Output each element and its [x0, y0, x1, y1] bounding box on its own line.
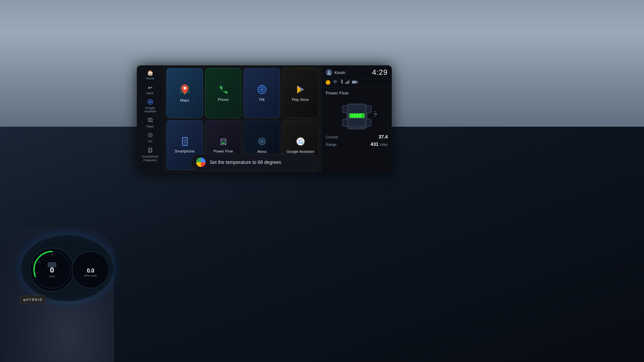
range-label: Range	[326, 142, 336, 146]
svg-rect-47	[342, 106, 348, 113]
background-scene	[0, 0, 644, 362]
wifi-icon	[332, 80, 338, 85]
battery-icon	[352, 80, 358, 85]
sidebar-label-fm: FM	[148, 140, 152, 143]
sidebar-item-google-assistant[interactable]: Google Assistant	[138, 98, 162, 115]
user-info: Kevin	[326, 69, 345, 76]
signal-icon	[345, 80, 350, 85]
range-unit: miles	[380, 143, 388, 146]
svg-point-24	[225, 143, 226, 145]
app-tile-phone[interactable]: Phone	[205, 68, 241, 118]
google-assistant-sidebar-icon	[148, 99, 153, 106]
power-stats: Current 37.4 Range 431 miles	[324, 134, 389, 147]
svg-point-21	[220, 139, 222, 141]
sidebar: 🏠 Home ↩ Back Google Assistant	[137, 65, 164, 173]
smartphone-app-icon	[180, 137, 190, 148]
app-tile-maps[interactable]: Maps	[166, 68, 203, 118]
svg-rect-40	[349, 80, 350, 84]
svg-rect-19	[222, 139, 225, 142]
phone-app-label: Phone	[218, 98, 229, 102]
svg-rect-56	[359, 114, 361, 117]
app-tile-fm[interactable]: FM	[244, 68, 280, 118]
sidebar-label-smartphone-projection: Smartphone Projection	[140, 155, 161, 162]
svg-rect-38	[347, 81, 348, 84]
time-display: 4:29	[372, 68, 388, 77]
fm-sidebar-icon	[148, 132, 153, 139]
power-flow-title: Power Flow	[324, 90, 348, 96]
svg-rect-50	[366, 119, 371, 126]
fm-app-label: FM	[259, 98, 265, 102]
power-flow-panel: Power Flow	[322, 88, 392, 173]
svg-point-33	[302, 143, 303, 144]
playstore-app-label: Play Store	[292, 98, 309, 102]
sidebar-item-smartphone-projection[interactable]: Smartphone Projection	[138, 146, 162, 164]
bluetooth-icon	[340, 79, 343, 85]
alexa-app-icon	[257, 136, 267, 148]
svg-rect-49	[342, 119, 348, 126]
assistant-voice-text: Set the temperature to 68 degrees	[210, 160, 281, 165]
svg-point-17	[184, 144, 185, 144]
svg-rect-55	[357, 114, 359, 117]
svg-rect-68	[48, 262, 56, 267]
fm-app-icon	[257, 84, 267, 96]
svg-rect-39	[348, 80, 349, 84]
warning-status-icon	[326, 80, 330, 85]
sidebar-item-home[interactable]: 🏠 Home	[138, 68, 162, 82]
sidebar-item-fm[interactable]: FM	[138, 131, 162, 145]
sidebar-item-back[interactable]: ↩ Back	[138, 83, 162, 97]
svg-point-58	[374, 113, 375, 115]
svg-point-10	[183, 87, 186, 89]
alexa-app-label: Alexa	[257, 149, 267, 154]
sidebar-label-home: Home	[146, 77, 154, 80]
sidebar-label-maps: Maps	[146, 125, 154, 128]
app-tile-playstore[interactable]: Play Store	[282, 68, 319, 118]
svg-point-6	[150, 134, 151, 136]
powerflow-app-label: Power Flow	[214, 149, 233, 153]
hybrid-badge: ■HYBRID	[20, 295, 46, 303]
infotainment-screen: 🏠 Home ↩ Back Google Assistant	[137, 65, 392, 173]
google-assistant-app-icon	[296, 136, 306, 148]
smartphone-app-label: Smartphone	[175, 149, 195, 153]
maps-app-icon	[179, 84, 191, 97]
powerflow-app-icon	[218, 137, 228, 148]
maps-sidebar-icon	[148, 117, 153, 124]
user-avatar	[326, 69, 332, 76]
svg-point-23	[220, 143, 222, 145]
svg-rect-48	[366, 106, 371, 113]
svg-rect-42	[357, 81, 358, 83]
svg-point-32	[302, 139, 303, 140]
svg-point-22	[225, 139, 226, 141]
svg-point-34	[298, 143, 299, 144]
svg-text:km/h: km/h	[49, 275, 55, 278]
playstore-app-icon	[296, 84, 306, 96]
svg-point-13	[261, 88, 263, 90]
assistant-voice-overlay: Set the temperature to 68 degrees	[191, 154, 318, 171]
svg-point-60	[375, 113, 377, 115]
current-label: Current	[326, 135, 338, 139]
svg-rect-53	[351, 114, 353, 117]
range-value: 431	[371, 141, 378, 147]
google-assistant-app-label: Google Assistant	[286, 149, 314, 154]
svg-rect-45	[348, 105, 365, 113]
status-bar	[322, 79, 392, 88]
smartphone-projection-icon	[148, 147, 153, 154]
svg-rect-20	[222, 142, 225, 144]
sidebar-item-maps[interactable]: Maps	[138, 116, 162, 130]
svg-rect-16	[183, 138, 186, 143]
svg-rect-43	[352, 81, 356, 83]
svg-marker-2	[148, 118, 152, 122]
svg-point-28	[261, 141, 263, 142]
header-bar: Kevin 4:29	[322, 65, 392, 79]
svg-point-35	[328, 71, 330, 73]
svg-text:0.0: 0.0	[87, 268, 94, 274]
app-grid-area: Maps Phone	[164, 65, 321, 173]
svg-point-57	[374, 111, 375, 112]
svg-rect-54	[354, 114, 356, 117]
svg-point-31	[298, 139, 299, 140]
svg-rect-36	[345, 82, 346, 84]
svg-point-1	[149, 101, 151, 103]
phone-app-icon	[218, 84, 228, 96]
maps-app-label: Maps	[180, 98, 189, 102]
user-name: Kevin	[334, 70, 345, 75]
current-value: 37.4	[379, 134, 388, 139]
